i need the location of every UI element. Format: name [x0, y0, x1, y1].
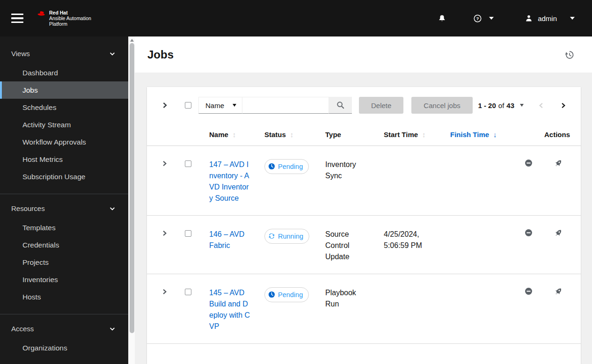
masthead: Red Hat Ansible Automation Platform ? ad… [0, 0, 592, 36]
column-header-actions: Actions [512, 124, 581, 146]
clock-icon [268, 163, 275, 170]
relaunch-job-button[interactable] [555, 287, 563, 295]
cancel-job-button[interactable] [525, 159, 533, 167]
group-label: Views [11, 50, 30, 58]
row-expand-button[interactable] [161, 288, 168, 295]
select-all-checkbox[interactable] [185, 102, 191, 109]
app-logo[interactable]: Red Hat Ansible Automation Platform [37, 10, 91, 27]
search-input[interactable] [242, 97, 329, 114]
sidebar-item-activity-stream[interactable]: Activity Stream [0, 116, 128, 133]
row-select-checkbox[interactable] [185, 230, 191, 237]
table-row-partial [147, 343, 581, 347]
logo-brand: Red Hat [49, 10, 91, 15]
column-header-status[interactable]: Status↕ [251, 124, 312, 146]
status-label: Pending [278, 161, 303, 172]
sidebar-item-host-metrics[interactable]: Host Metrics [0, 151, 128, 168]
sidebar-item-workflow-approvals[interactable]: Workflow Approvals [0, 133, 128, 151]
jobs-table: Name↕ Status↕ Type Start Time↕ Finish Ti [147, 124, 581, 347]
sidebar-item-organizations[interactable]: Organizations [0, 339, 128, 357]
search-button[interactable] [329, 97, 352, 114]
job-link[interactable]: 147 – AVD Inventory - AVD Inventory Sour… [209, 160, 249, 202]
table-row: 146 – AVD Fabric Running Source Control … [147, 215, 581, 274]
clock-icon [268, 291, 275, 298]
svg-text:?: ? [476, 15, 479, 21]
user-menu-button[interactable]: admin [525, 14, 575, 22]
sort-icon: ↕ [290, 131, 294, 138]
column-header-start-time[interactable]: Start Time↕ [370, 124, 437, 146]
chevron-right-icon [560, 102, 567, 109]
status-badge: Running [264, 229, 309, 244]
job-finish-time [437, 274, 512, 343]
sidebar-group-access[interactable]: Access [0, 320, 128, 337]
minus-circle-icon [525, 159, 533, 167]
sidebar-item-projects[interactable]: Projects [0, 254, 128, 271]
sidebar-item-jobs[interactable]: Jobs [0, 81, 128, 99]
sidebar-item-credentials[interactable]: Credentials [0, 236, 128, 254]
page-title: Jobs [147, 48, 174, 61]
job-finish-time [437, 146, 512, 215]
page-header: Jobs [135, 36, 592, 73]
previous-page-button[interactable] [538, 102, 545, 109]
sidebar-item-templates[interactable]: Templates [0, 219, 128, 236]
sidebar-group-views[interactable]: Views [0, 45, 128, 62]
sidebar-scrollbar [128, 36, 135, 364]
job-start-time [370, 146, 437, 215]
logo-product-line2: Platform [49, 21, 91, 27]
row-select-checkbox[interactable] [185, 289, 191, 295]
help-menu-button[interactable]: ? [473, 14, 494, 23]
pagination: 1 - 20 of 43 [478, 102, 573, 109]
sidebar-group-resources[interactable]: Resources [0, 200, 128, 217]
job-link[interactable]: 146 – AVD Fabric [209, 230, 244, 249]
row-expand-button[interactable] [161, 160, 168, 167]
status-badge: Pending [264, 287, 309, 302]
chevron-down-icon [109, 326, 116, 332]
scrollbar-thumb[interactable] [130, 43, 134, 333]
scrollbar-up-arrow[interactable] [129, 37, 135, 43]
row-expand-button[interactable] [161, 230, 168, 237]
column-header-finish-time[interactable]: Finish Time↓ [437, 124, 512, 146]
pagination-total: 43 [506, 102, 514, 109]
minus-circle-icon [525, 287, 533, 295]
logo-product-line1: Ansible Automation [49, 15, 91, 21]
username-label: admin [538, 15, 557, 22]
job-link[interactable]: 145 – AVD Build and Deploy with CVP [209, 289, 250, 330]
status-label: Pending [278, 289, 303, 300]
history-icon [564, 50, 575, 60]
chevron-down-icon [570, 17, 575, 20]
minus-circle-icon [525, 229, 533, 237]
rocket-icon [553, 227, 564, 238]
next-page-button[interactable] [560, 102, 567, 109]
cancel-jobs-button[interactable]: Cancel jobs [411, 97, 472, 114]
table-row: 147 – AVD Inventory - AVD Inventory Sour… [147, 146, 581, 215]
nav-toggle-icon[interactable] [11, 14, 23, 23]
column-header-name[interactable]: Name↕ [196, 124, 251, 146]
notifications-button[interactable] [438, 14, 446, 23]
chevron-down-icon [233, 104, 236, 107]
toolbar-expand-button[interactable] [161, 102, 168, 109]
sidebar-item-schedules[interactable]: Schedules [0, 99, 128, 116]
sidebar-item-inventories[interactable]: Inventories [0, 271, 128, 288]
relaunch-job-button[interactable] [555, 159, 563, 167]
question-circle-icon: ? [473, 14, 482, 23]
filter-key-label: Name [205, 102, 224, 109]
column-header-type: Type [312, 124, 370, 146]
bell-icon [438, 14, 446, 23]
sidebar-item-hosts[interactable]: Hosts [0, 288, 128, 306]
cancel-job-button[interactable] [525, 287, 533, 295]
delete-button[interactable]: Delete [359, 97, 403, 114]
job-type: Source Control Update [312, 215, 370, 274]
sort-icon: ↕ [233, 131, 236, 138]
group-label: Resources [11, 204, 45, 212]
job-type: Playbook Run [312, 274, 370, 343]
sidebar-item-subscription-usage[interactable]: Subscription Usage [0, 168, 128, 185]
job-history-button[interactable] [564, 50, 575, 60]
sidebar-item-dashboard[interactable]: Dashboard [0, 64, 128, 81]
filter-key-select[interactable]: Name [198, 97, 242, 114]
chevron-right-icon [161, 230, 168, 237]
relaunch-job-button[interactable] [555, 229, 563, 237]
sort-descending-icon: ↓ [493, 131, 497, 138]
per-page-menu-button[interactable] [520, 104, 524, 107]
cancel-job-button[interactable] [525, 229, 533, 237]
row-select-checkbox[interactable] [185, 160, 191, 167]
chevron-right-icon [161, 288, 168, 295]
